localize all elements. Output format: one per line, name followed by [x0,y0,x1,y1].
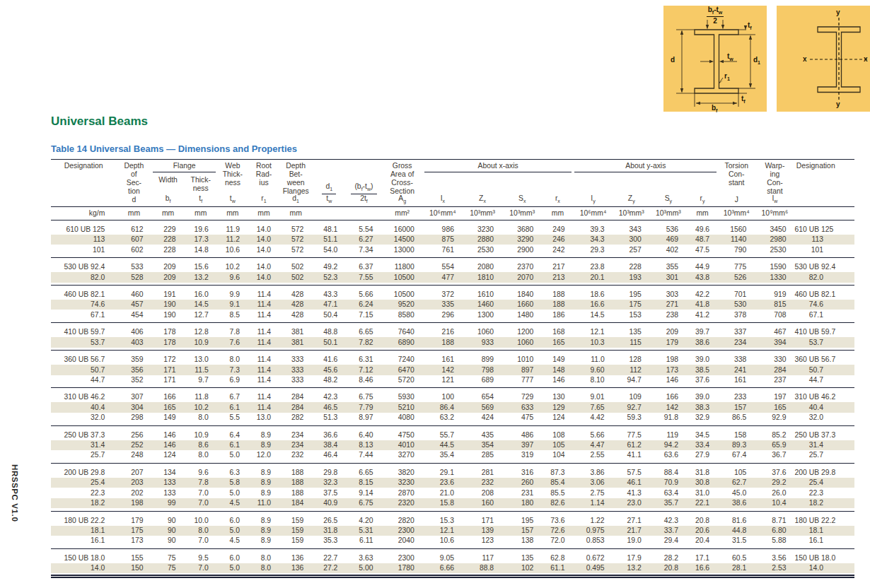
table-cell: 146 [650,375,687,385]
table-cell: 234 [279,430,312,440]
table-cell: 18.2 [795,498,855,508]
table-cell: 53.7 [51,337,116,347]
table-cell: 572 [279,235,312,245]
table-cell: 284 [755,365,794,375]
table-cell: 530 UB 92.4 [795,262,855,272]
table-cell: 14.0 [248,245,279,254]
table-cell: 11.4 [248,375,279,385]
table-header: Designation Depth of Sec- tion Flange We… [51,160,854,220]
table-cell: 9.6 [217,272,248,282]
symbols-row: dbftftwr1d1tw2tfAgIxZxSxrxIyZySyryJIw [51,195,854,206]
table-cell: 11.8 [185,392,217,402]
table-row: 180 UB 22.21799010.06.08.915926.54.20282… [51,515,854,525]
table-cell: 70.9 [650,478,687,488]
table-cell: 91.8 [650,413,687,423]
table-cell: 63.2 [423,413,463,423]
table-cell: 241 [718,365,755,375]
table-cell: 44.7 [795,375,855,385]
table-cell: 209 [650,327,687,337]
table-cell: 3.56 [755,553,794,563]
table-cell: 1010 [502,355,542,365]
table-cell: 28.2 [650,553,687,563]
table-cell: 8.0 [185,450,217,460]
table-cell: 3290 [502,235,542,245]
table-cell: 14.0 [795,563,855,573]
table-cell: 37.6 [755,468,794,478]
table-cell: 27.9 [687,450,718,460]
header-about-y-axis-group: About y-axis [573,160,718,175]
table-cell: 6.40 [346,430,381,440]
table-cell: 27.2 [312,563,346,573]
table-cell: 330 [755,355,794,365]
table-cell: 2070 [502,272,542,282]
table-cell: 20.6 [687,526,718,536]
table-cell: 31.4 [51,440,116,450]
table-row: 610 UB 12561222919.611.914.057248.15.541… [51,225,854,235]
symbol-cell: 2tf [346,195,381,206]
table-cell: 343 [613,225,650,235]
table-cell: 173 [650,365,687,375]
table-cell: 150 [116,563,151,573]
table-cell: 1330 [755,272,794,282]
table-cell: 8.9 [248,468,279,478]
table-cell: 186 [542,310,573,319]
table-row: 25.72481248.05.012.023246.47.44327035.42… [51,450,854,460]
table-cell: 62.7 [718,478,755,488]
table-cell: 3.63 [346,553,381,563]
table-cell: 1480 [502,310,542,319]
table-cell: 33.4 [687,440,718,450]
table-cell: 228 [613,262,650,272]
unit-cell: 10³mm³ [613,206,650,220]
table-cell: 1300 [463,310,502,319]
table-row: 50.735617111.57.311.433345.67.1264701427… [51,365,854,375]
table-row: 150 UB 18.0155759.56.08.013622.73.632300… [51,553,854,563]
table-cell: 213 [542,272,573,282]
table-cell: 9.7 [185,375,217,385]
table-cell: 37.6 [687,375,718,385]
table-cell: 10500 [382,272,423,282]
table-cell: 14500 [382,235,423,245]
table-cell: 232 [463,478,502,488]
table-cell: 136 [279,563,312,573]
table-cell: 333 [279,355,312,365]
table-cell: 460 [116,290,151,300]
table-cell: 86.4 [423,402,463,412]
table-cell: 298 [116,413,151,423]
table-cell: 23.6 [423,478,463,488]
symbol-cell: tw [217,195,248,206]
table-cell: 14.0 [248,262,279,272]
table-cell: 6.24 [346,300,381,310]
table-cell: 610 UB 125 [795,225,855,235]
table-cell: 138 [502,536,542,546]
table-cell: 87.3 [542,468,573,478]
table-cell: 2.75 [573,488,613,498]
table-cell: 77.5 [613,430,650,440]
table-cell: 171 [151,375,184,385]
table-cell: 410 UB 59.7 [51,327,116,337]
table-cell: 256 [116,430,151,440]
table-cell: 29.1 [423,468,463,478]
table-cell: 7.34 [346,245,381,254]
table-cell: 29.4 [650,536,687,546]
table-cell: 195 [502,515,542,525]
table-cell: 454 [116,310,151,319]
table-cell: 234 [279,440,312,450]
table-cell: 7.0 [185,536,217,546]
table-cell: 159 [279,526,312,536]
symbol-cell: d1 [279,195,312,206]
table-cell: 171 [151,365,184,375]
table-cell: 25.4 [51,478,116,488]
table-cell: 216 [423,327,463,337]
table-row: 460 UB 82.146019116.09.911.442843.35.661… [51,290,854,300]
table-cell: 32.9 [687,413,718,423]
table-cell: 16000 [382,225,423,235]
table-cell: 31.5 [718,536,755,546]
table-cell: 7.0 [185,563,217,573]
table-cell: 5720 [382,375,423,385]
table-cell: 8.71 [755,515,794,525]
symbol-cell: bf [151,195,184,206]
table-cell: 248 [116,450,151,460]
table-cell: 1460 [463,300,502,310]
table-cell: 7.6 [217,337,248,347]
table-cell: 108 [542,430,573,440]
